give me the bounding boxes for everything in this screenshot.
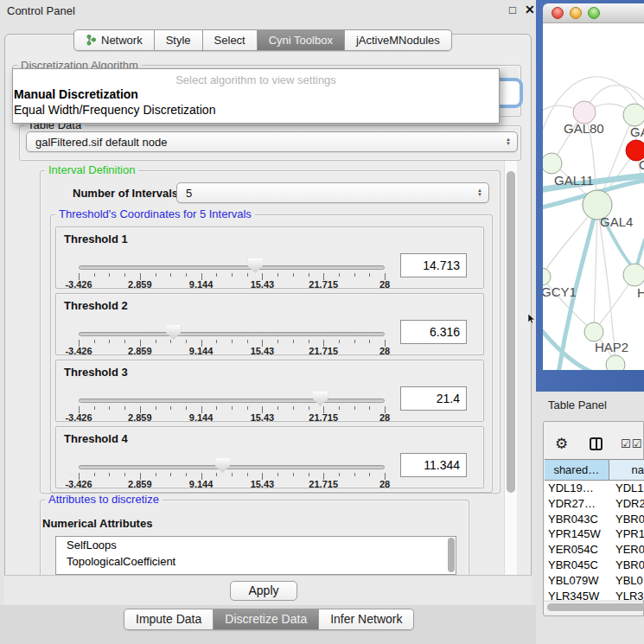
gear-icon[interactable]: ⚙ [555,435,568,453]
tab-style[interactable]: Style [155,29,203,51]
tick-label: 9.144 [189,479,214,489]
tab-jactivemnodules[interactable]: jActiveMNodules [345,29,452,51]
tick-mark [216,406,217,410]
threshold-slider-thumb[interactable] [313,392,328,406]
table-row[interactable]: YDR27…YDR2 [545,496,644,512]
apply-strip: Apply [4,575,532,605]
network-node[interactable] [606,355,625,370]
tick-mark [170,406,171,410]
threshold-value-field[interactable]: 6.316 [400,320,467,344]
tick-label: -3.426 [65,346,92,356]
network-view-canvas[interactable]: GAL80GACGAL11GAL4GCY1HHAP2 [543,23,644,370]
table-row[interactable]: YLR345WYLR3 [545,589,644,600]
table-cell[interactable]: YPR145W [545,526,612,542]
table-cell[interactable]: YER0 [612,542,644,558]
table-row[interactable]: YDL19…YDL1 [545,481,644,496]
tick-label: 15.43 [251,412,275,423]
settings-scrollbar[interactable] [504,161,517,575]
network-node-h[interactable] [623,264,644,286]
table-cell[interactable]: YBL0 [612,573,644,589]
tab-discretize-data[interactable]: Discretize Data [214,609,319,630]
threshold-value-field[interactable]: 11.344 [400,453,467,477]
threshold-value-field[interactable]: 21.4 [400,386,467,411]
scrollbar-thumb[interactable] [547,603,644,611]
table-cell[interactable]: YBR045C [545,558,612,573]
table-cell[interactable]: YLR3 [612,589,644,600]
table-cell[interactable]: YER054C [545,542,612,558]
threshold-slider-thumb[interactable] [215,458,230,473]
top-tab-bar: NetworkStyleSelectCyni ToolboxjActiveMNo… [73,29,452,51]
table-data-combo[interactable]: galFiltered.sif default node ▲▼ [26,131,518,152]
minimize-traffic-light[interactable] [570,7,582,19]
table-cell[interactable]: YDR27… [545,496,612,512]
threshold-slider-thumb[interactable] [248,258,263,273]
scrollbar-thumb[interactable] [448,538,455,572]
threshold-box: Threshold 2 -3.4262.8599.14415.4321.7152… [55,293,484,355]
tick-mark [339,340,340,343]
table-cell[interactable]: YLR345W [545,589,612,600]
network-node-gcy1[interactable] [543,268,551,285]
column-header-name[interactable]: na [609,460,644,480]
threshold-slider-track[interactable] [79,465,385,469]
attribute-list-item[interactable]: TopologicalCoefficient [56,553,456,570]
threshold-slider-thumb[interactable] [166,325,181,340]
tab-impute-data[interactable]: Impute Data [124,609,214,630]
float-window-icon[interactable]: □ [509,3,516,16]
tab-infer-network[interactable]: Infer Network [319,609,414,630]
table-cell[interactable]: YBL079W [545,573,612,589]
table-horizontal-scrollbar[interactable] [544,601,643,613]
tick-mark [156,340,156,343]
threshold-slider-track[interactable] [79,265,385,270]
column-header-shared[interactable]: shared… [545,460,609,480]
threshold-value-field[interactable]: 14.713 [400,253,467,277]
node-table[interactable]: shared… na YDL19…YDL1YDR27…YDR2YBR043CYB… [545,459,644,600]
algorithm-option-manual[interactable]: Manual Discretization [13,86,499,102]
tick-mark [170,340,171,343]
table-cell[interactable]: YBR043C [545,512,612,527]
tab-label: Discretize Data [225,609,307,629]
tick-label: 9.144 [189,279,214,290]
tick-mark [124,473,125,476]
algorithm-option-equal-width[interactable]: Equal Width/Frequency Discretization [13,102,499,118]
tab-label: Style [166,30,191,50]
threshold-slider-track[interactable] [79,399,385,403]
table-cell[interactable]: YBR0 [612,558,644,573]
numerical-attributes-list[interactable]: SelfLoopsTopologicalCoefficientBetweenne… [55,536,456,575]
table-cell[interactable]: YDR2 [612,496,644,512]
table-row[interactable]: YER054CYER0 [545,542,644,558]
table-cell[interactable]: YDL19… [545,481,612,496]
close-icon[interactable]: ✕ [525,3,535,16]
tick-label: 2.859 [128,279,152,290]
table-cell[interactable]: YPR1 [612,526,644,542]
tab-select[interactable]: Select [203,29,258,51]
num-intervals-combo[interactable]: 5 ▲▼ [176,182,489,203]
tick-mark [170,473,171,476]
threshold-tick-labels: -3.4262.8599.14415.4321.71528 [79,479,385,489]
table-panel-title: Table Panel [548,399,607,411]
table-row[interactable]: YBR045CYBR0 [545,558,644,573]
network-node-hap2[interactable] [584,322,603,341]
table-cell[interactable]: YDL1 [612,481,644,496]
split-columns-icon[interactable] [590,437,603,450]
threshold-slider-track[interactable] [79,332,385,336]
table-row[interactable]: YBL079WYBL0 [545,573,644,589]
checkbox-columns-icon[interactable]: ☑☑ [621,437,642,450]
apply-button[interactable]: Apply [230,581,297,601]
network-node-gal11[interactable] [543,153,562,174]
attribute-list-item[interactable]: SelfLoops [56,537,456,553]
zoom-traffic-light[interactable] [588,7,600,19]
attributes-list-scrollbar[interactable] [447,537,456,574]
tab-network[interactable]: Network [73,29,155,51]
tick-mark [186,273,187,277]
table-row[interactable]: YBR043CYBR0 [545,512,644,527]
table-row[interactable]: YPR145WYPR1 [545,526,644,542]
tab-cyni-toolbox[interactable]: Cyni Toolbox [258,29,345,51]
table-cell[interactable]: YBR0 [612,512,644,527]
close-traffic-light[interactable] [552,7,564,19]
scrollbar-thumb[interactable] [507,171,515,493]
tick-mark [94,473,95,476]
network-node-ga[interactable] [623,104,644,126]
tick-mark [94,406,95,410]
num-intervals-label: Number of Intervals [73,187,178,200]
network-window-titlebar[interactable] [543,3,644,23]
